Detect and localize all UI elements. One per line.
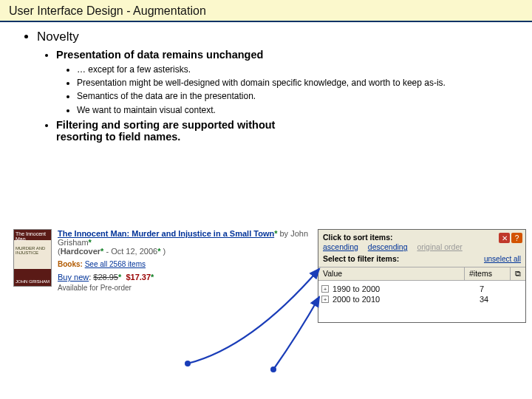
paren: ) [163, 247, 166, 256]
old-price: $28.95 [93, 273, 118, 282]
tree-row[interactable]: + 1990 to 2000 7 [321, 284, 522, 294]
expand-icon[interactable]: + [321, 285, 329, 293]
bullet-l2-b: Filtering and sorting are supported with… [56, 119, 322, 143]
book-format-line: (Hardcover* - Oct 12, 2006* ) [13, 247, 310, 256]
books-category-line: Books: See all 2568 items [13, 260, 310, 268]
tree-row[interactable]: + 2000 to 2010 34 [321, 294, 522, 304]
sort-heading: Click to sort items: [323, 233, 521, 242]
tree-row-count: 7 [477, 284, 522, 293]
asterisk-icon[interactable]: * [89, 238, 92, 247]
bullet-l2-a-text: Presentation of data remains unchanged [56, 49, 263, 61]
bullet-l3-3: We want to maintain visual context. [77, 104, 517, 116]
close-icon[interactable]: ✕ [499, 233, 510, 243]
column-header-value[interactable]: Value [318, 267, 465, 280]
column-header-items[interactable]: #items [465, 267, 511, 280]
facet-panel-header: ✕ ? Click to sort items: ascending desce… [318, 230, 525, 267]
book-format: Hardcover [61, 247, 100, 256]
tree-row-label: 2000 to 2010 [332, 295, 477, 304]
bullet-l3-0: … except for a few asterisks. [77, 64, 517, 75]
book-listing: The Innocent Man MURDER AND INJUSTICE JO… [13, 229, 310, 292]
slide-body: Novelty Presentation of data remains unc… [0, 22, 532, 143]
tree-row-count: 34 [477, 295, 522, 304]
unselect-all-link[interactable]: unselect all [484, 255, 521, 263]
asterisk-icon[interactable]: * [151, 273, 154, 282]
asterisk-icon[interactable]: * [118, 273, 121, 282]
bullet-l1: Novelty Presentation of data remains unc… [37, 30, 517, 143]
by-word: by [280, 229, 291, 238]
slide-title: User Interface Design - Augmentation [9, 4, 206, 17]
window-controls: ✕ ? [499, 233, 522, 243]
column-header-icon[interactable]: ⧉ [511, 267, 525, 280]
facet-column-headers: Value #items ⧉ [318, 267, 525, 281]
facet-tree: + 1990 to 2000 7 + 2000 to 2010 34 [318, 281, 525, 322]
bullet-l2-a: Presentation of data remains unchanged …… [56, 49, 517, 116]
buy-new-link[interactable]: Buy new [58, 273, 89, 282]
bullet-l1-text: Novelty [37, 30, 79, 44]
thumb-line-1: The Innocent Man [16, 231, 51, 242]
book-date: Oct 12, 2006 [111, 247, 157, 256]
filter-heading: Select to filter items: [323, 254, 399, 263]
facet-panel: ✕ ? Click to sort items: ascending desce… [318, 229, 526, 323]
bullet-l3-1: Presentation might be well-designed with… [77, 77, 517, 89]
lower-row: The Innocent Man MURDER AND INJUSTICE JO… [13, 229, 526, 323]
new-price: $17.37 [126, 273, 151, 282]
slide-title-bar: User Interface Design - Augmentation [0, 0, 532, 22]
sort-descending-link[interactable]: descending [368, 242, 408, 251]
asterisk-icon[interactable]: * [157, 247, 160, 256]
thumb-line-2: MURDER AND INJUSTICE [16, 246, 51, 255]
see-all-link[interactable]: See all 2568 items [85, 260, 146, 268]
books-label: Books: [58, 260, 83, 268]
asterisk-icon[interactable]: * [100, 247, 103, 256]
asterisk-icon[interactable]: * [274, 229, 277, 238]
thumb-line-3: JOHN GRISHAM [16, 279, 50, 284]
tree-row-label: 1990 to 2000 [332, 284, 477, 293]
bullet-l3-2: Semantics of the data are in the present… [77, 90, 517, 102]
book-title-line: The Innocent Man: Murder and Injustice i… [13, 229, 310, 247]
svg-point-1 [270, 366, 276, 372]
sort-links: ascending descending original order [323, 242, 521, 251]
book-title-link[interactable]: The Innocent Man: Murder and Injustice i… [58, 229, 274, 238]
availability-text: Available for Pre-order [13, 284, 310, 292]
expand-icon[interactable]: + [321, 296, 329, 303]
help-icon[interactable]: ? [511, 233, 522, 243]
sort-ascending-link[interactable]: ascending [323, 242, 358, 251]
svg-point-0 [185, 361, 191, 366]
sort-original-link: original order [417, 242, 462, 251]
book-thumbnail[interactable]: The Innocent Man MURDER AND INJUSTICE JO… [13, 229, 52, 287]
buy-line: Buy new: $28.95* $17.37* [13, 273, 310, 282]
